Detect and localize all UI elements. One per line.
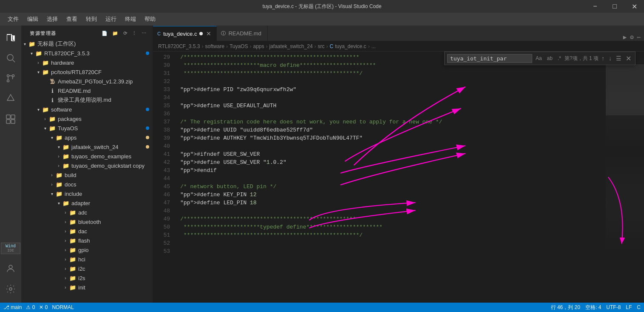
run-icon[interactable]: ▶ — [623, 34, 627, 41]
breadcrumb-item-4[interactable]: apps — [253, 43, 264, 49]
breadcrumb-item-c[interactable]: C — [330, 43, 334, 49]
refresh-icon[interactable]: ⟳ — [122, 30, 129, 37]
match-case-button[interactable]: Aa — [534, 54, 544, 62]
sidebar-item[interactable]: ℹ烧录工具使用说明.md — [21, 95, 153, 105]
sidebar-item[interactable]: ▾📁pc/tools/RTL8720CF — [21, 67, 153, 77]
sidebar-item[interactable]: 🗜AmebaZII_PGTool_v1.2.39.zip — [21, 77, 153, 86]
folder-icon: 📁 — [42, 69, 49, 75]
menu-run[interactable]: 运行 — [102, 14, 120, 25]
status-language[interactable]: C — [637, 304, 641, 310]
sidebar-item[interactable]: ℹREADME.md — [21, 86, 153, 95]
sidebar-item[interactable]: ›📁gpio — [21, 245, 153, 255]
more-icon[interactable]: ⋯ — [637, 34, 641, 41]
sidebar-item[interactable]: ›📁docs — [21, 180, 153, 189]
sidebar-item[interactable]: ›📁tuyaos_demo_quickstart copy — [21, 161, 153, 170]
sidebar-item[interactable]: ▾📁jafaatek_switch_24 — [21, 142, 153, 152]
menu-goto[interactable]: 转到 — [82, 14, 100, 25]
breadcrumb-item-1[interactable]: RTL8720CF_3.5.3 — [158, 43, 200, 49]
sidebar-item[interactable]: ▾📁无标题 (工作区) — [21, 39, 153, 49]
new-folder-icon[interactable]: 📁 — [111, 30, 120, 37]
menu-terminal[interactable]: 终端 — [122, 14, 139, 25]
gear-icon[interactable]: ⚙ — [630, 34, 633, 41]
title-bar: tuya_device.c - 无标题 (工作区) - Visual Studi… — [0, 0, 644, 13]
tab-close-1[interactable]: ✕ — [205, 30, 212, 37]
activity-extensions[interactable] — [0, 109, 21, 129]
minimize-button[interactable]: − — [585, 0, 605, 13]
badge-yellow — [146, 136, 149, 139]
sidebar-item[interactable]: ›📁build — [21, 170, 153, 180]
sidebar-item[interactable]: ▾📁apps — [21, 133, 153, 142]
activity-explorer[interactable] — [0, 27, 21, 48]
breadcrumb-item-end[interactable]: ... — [372, 43, 376, 49]
breadcrumb-item-3[interactable]: TuyaOS — [230, 43, 248, 49]
menu-select[interactable]: 选择 — [43, 14, 61, 25]
c-file-icon: C — [157, 31, 161, 36]
sidebar-item[interactable]: ▾📁adapter — [21, 198, 153, 208]
code-content[interactable]: /***************************************… — [174, 52, 606, 303]
regex-button[interactable]: .* — [556, 54, 563, 62]
sidebar-item[interactable]: ›📁hci — [21, 255, 153, 264]
search-list-button[interactable]: ☰ — [615, 54, 623, 63]
status-branch[interactable]: ⎇ main — [3, 304, 22, 310]
activity-settings[interactable] — [0, 279, 21, 299]
activity-git[interactable] — [0, 68, 21, 89]
search-next-button[interactable]: ↓ — [607, 54, 613, 63]
line-number: 40 — [153, 142, 170, 150]
sidebar-item[interactable]: ▾📁include — [21, 189, 153, 198]
sidebar-item[interactable]: ›📁tuyaos_demo_examples — [21, 152, 153, 161]
more-actions-icon[interactable]: ⋯ — [141, 30, 148, 37]
line-number: 32 — [153, 77, 170, 86]
breadcrumb-item-5[interactable]: jafaatek_switch_24 — [269, 43, 312, 49]
folder-icon: 📁 — [35, 50, 43, 57]
status-encoding[interactable]: UTF-8 — [606, 304, 621, 310]
svg-rect-9 — [11, 120, 15, 123]
breadcrumb-item-file[interactable]: tuya_device.c — [335, 43, 366, 49]
breadcrumb-item-2[interactable]: software — [205, 43, 224, 49]
sidebar-item[interactable]: ›📁packages — [21, 114, 153, 123]
menu-view[interactable]: 查看 — [63, 14, 81, 25]
search-prev-button[interactable]: ↑ — [600, 54, 606, 63]
activity-debug[interactable] — [0, 89, 21, 109]
status-eol[interactable]: LF — [626, 304, 632, 310]
sidebar-item[interactable]: ›📁adc — [21, 208, 153, 217]
line-number: 50 — [153, 223, 170, 231]
minimap-viewport[interactable] — [606, 64, 644, 115]
menu-help[interactable]: 帮助 — [141, 14, 159, 25]
sidebar-item[interactable]: ▾📁software — [21, 105, 153, 114]
status-spaces[interactable]: 空格: 4 — [585, 304, 601, 311]
sidebar-item[interactable]: ›📁i2c — [21, 264, 153, 273]
status-cursor[interactable]: 行 46，列 20 — [551, 304, 580, 311]
close-button[interactable]: ✕ — [624, 0, 644, 13]
tab-readme-md[interactable]: ⓘ README.md — [217, 26, 268, 41]
maximize-button[interactable]: □ — [605, 0, 624, 13]
sidebar-item[interactable]: ▾📁RTL8720CF_3.5.3 — [21, 49, 153, 58]
sidebar-item[interactable]: ›📁init — [21, 283, 153, 292]
whole-word-button[interactable]: ab — [545, 54, 554, 62]
tab-tuya-device-c[interactable]: C tuya_device.c ✕ — [153, 26, 217, 41]
breadcrumb-sep-6: › — [326, 43, 328, 49]
sidebar-item[interactable]: ›📁flash — [21, 236, 153, 245]
status-warnings[interactable]: ⚠ 0 — [26, 304, 35, 310]
search-input[interactable] — [447, 54, 532, 63]
menu-edit[interactable]: 编辑 — [24, 14, 42, 25]
sidebar-item[interactable]: ›📁hardware — [21, 58, 153, 67]
sidebar-item[interactable]: ›📁dac — [21, 226, 153, 236]
breadcrumb-item-6[interactable]: src — [318, 43, 325, 49]
breadcrumb-sep-7: › — [368, 43, 370, 49]
sidebar-item[interactable]: ›📁bluetooth — [21, 217, 153, 226]
code-line — [180, 239, 606, 247]
search-close-button[interactable]: ✕ — [624, 54, 633, 63]
menu-file[interactable]: 文件 — [4, 14, 22, 25]
activity-account[interactable] — [0, 258, 21, 279]
sidebar-item[interactable]: ▾📁TuyaOS — [21, 123, 153, 133]
new-file-icon[interactable]: 📄 — [101, 30, 109, 37]
sidebar-item-label: flash — [78, 238, 153, 244]
folder-arrow: ▾ — [21, 42, 28, 46]
status-errors[interactable]: ✕ 0 — [39, 304, 48, 310]
folder-icon: 📁 — [28, 41, 36, 47]
sidebar-item[interactable]: ›📁i2s — [21, 273, 153, 283]
folder-icon: 📁 — [69, 275, 77, 281]
activity-search[interactable] — [0, 48, 21, 68]
collapse-all-icon[interactable]: ⋮ — [131, 30, 138, 37]
folder-arrow: › — [55, 154, 62, 159]
